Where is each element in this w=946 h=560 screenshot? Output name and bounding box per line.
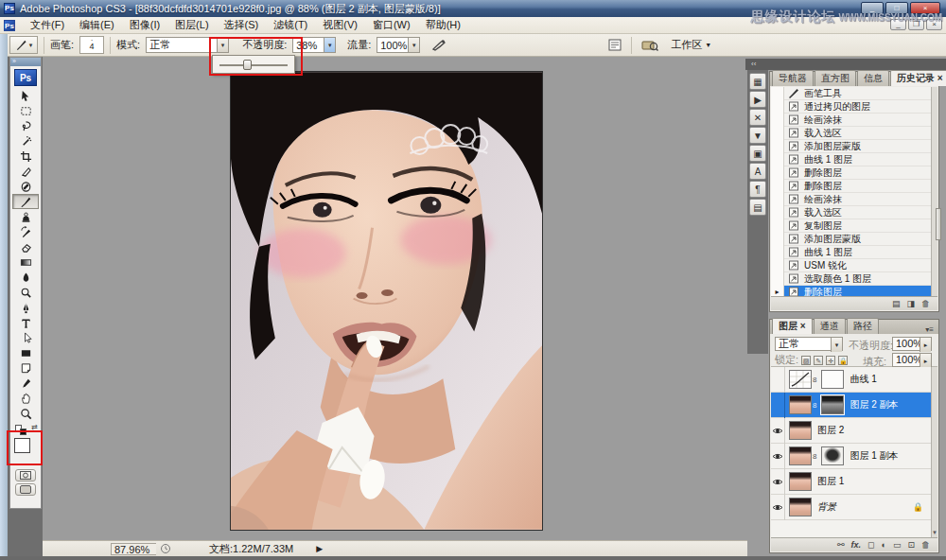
history-item[interactable]: 添加图层蒙版 xyxy=(771,233,931,246)
character-panel-icon[interactable]: A xyxy=(749,163,766,180)
visibility-toggle[interactable] xyxy=(771,495,785,520)
default-swap-colors[interactable]: ⇄ xyxy=(13,423,38,434)
layer-thumbnail[interactable] xyxy=(789,498,812,516)
history-item[interactable]: 选取颜色 1 图层 xyxy=(771,272,931,286)
menu-item-1[interactable]: 编辑(E) xyxy=(72,16,122,34)
history-brush-source-toggle[interactable] xyxy=(771,140,784,153)
history-brush-source-toggle[interactable] xyxy=(771,100,784,114)
menu-item-0[interactable]: 文件(F) xyxy=(23,16,72,34)
clone-stamp-tool[interactable] xyxy=(12,209,39,224)
tab-info[interactable]: 信息 xyxy=(857,70,889,86)
tab-layers[interactable]: 图层 × xyxy=(772,318,813,334)
gradient-tool[interactable] xyxy=(12,254,39,270)
foreground-color-swatch[interactable] xyxy=(14,438,30,453)
eraser-tool[interactable] xyxy=(12,239,39,254)
slider-track[interactable] xyxy=(219,64,288,66)
history-item[interactable]: 绘画涂抹 xyxy=(771,114,931,127)
history-brush-source-toggle[interactable] xyxy=(771,272,784,286)
layer-comps-panel-icon[interactable]: ▤ xyxy=(749,199,766,216)
history-brush-source-toggle[interactable] xyxy=(771,180,784,193)
layer-mask-thumbnail[interactable] xyxy=(821,446,844,465)
magic-wand-tool[interactable] xyxy=(12,133,39,149)
delete-state-icon[interactable]: 🗑 xyxy=(921,298,930,309)
history-brush-source-toggle[interactable] xyxy=(771,246,784,259)
toolbox-grip[interactable]: » xyxy=(10,58,41,66)
bridge-icon[interactable] xyxy=(641,39,658,51)
blur-tool[interactable] xyxy=(12,270,39,285)
lock-all-icon[interactable]: 🔒 xyxy=(838,356,848,365)
tab-channels[interactable]: 通道 xyxy=(814,318,846,334)
history-item[interactable]: 载入选区 xyxy=(771,127,931,140)
tool-presets-panel-icon[interactable]: ✕ xyxy=(749,109,766,126)
layer-thumbnail[interactable] xyxy=(789,421,812,440)
history-item[interactable]: 添加图层蒙版 xyxy=(771,140,931,153)
history-item[interactable]: ▸删除图层 xyxy=(771,286,931,296)
new-document-from-state-icon[interactable]: ▤ xyxy=(892,298,901,309)
history-item[interactable]: 曲线 1 图层 xyxy=(771,246,931,259)
marquee-tool[interactable] xyxy=(12,103,39,118)
adjustment-layer-icon[interactable]: ◐ xyxy=(882,539,886,551)
actions-panel-icon[interactable]: ▶ xyxy=(749,91,766,108)
history-brush-source-toggle[interactable] xyxy=(771,219,784,233)
paragraph-panel-icon[interactable]: ¶ xyxy=(749,181,766,198)
history-item[interactable]: 曲线 1 图层 xyxy=(771,153,931,166)
hand-tool[interactable] xyxy=(12,391,39,406)
shape-tool[interactable] xyxy=(12,345,39,360)
menu-item-8[interactable]: 帮助(H) xyxy=(418,16,468,34)
clone-source-panel-icon[interactable]: ▣ xyxy=(749,145,766,162)
history-scrollbar[interactable] xyxy=(931,87,937,296)
dock-header[interactable]: ‹‹ xyxy=(745,59,946,70)
swatches-panel-icon[interactable]: ▦ xyxy=(749,73,766,90)
menu-item-3[interactable]: 图层(L) xyxy=(167,16,216,34)
brush-tool[interactable] xyxy=(12,194,39,209)
lock-position-icon[interactable]: ✛ xyxy=(826,356,835,365)
crop-tool[interactable] xyxy=(12,149,39,164)
history-brush-source-toggle[interactable] xyxy=(771,233,784,246)
workspace-button[interactable]: 工作区 ▼ xyxy=(668,37,723,53)
visibility-toggle[interactable] xyxy=(771,444,785,469)
layer-style-icon[interactable]: fx. xyxy=(851,539,862,551)
history-brush-source-toggle[interactable] xyxy=(771,153,784,166)
history-brush-source-toggle[interactable] xyxy=(771,193,784,206)
scroll-thumb[interactable] xyxy=(936,208,941,240)
zoom-tool[interactable] xyxy=(12,406,39,421)
tab-paths[interactable]: 路径 xyxy=(847,318,879,334)
history-brush-source-toggle[interactable] xyxy=(771,87,784,100)
new-group-icon[interactable]: ▭ xyxy=(893,539,902,551)
history-item[interactable]: USM 锐化 xyxy=(771,259,931,272)
visibility-toggle[interactable] xyxy=(771,469,785,495)
airbrush-icon[interactable] xyxy=(431,39,447,52)
move-tool[interactable] xyxy=(12,88,39,103)
pen-tool[interactable] xyxy=(12,300,39,315)
history-item[interactable]: 删除图层 xyxy=(771,180,931,193)
palette-well-icon[interactable] xyxy=(608,39,622,51)
layers-blend-mode-select[interactable]: 正常 ▾ xyxy=(775,337,843,351)
menu-item-2[interactable]: 图像(I) xyxy=(122,16,167,34)
menu-item-6[interactable]: 视图(V) xyxy=(315,16,365,34)
document-canvas[interactable] xyxy=(230,71,543,531)
history-item[interactable]: 通过拷贝的图层 xyxy=(771,100,931,114)
menu-item-5[interactable]: 滤镜(T) xyxy=(266,16,315,34)
notes-tool[interactable] xyxy=(12,360,39,376)
history-brush-source-toggle[interactable] xyxy=(771,127,784,140)
curves-thumbnail[interactable] xyxy=(789,370,812,389)
layer-mask-thumbnail[interactable] xyxy=(821,395,844,414)
visibility-toggle[interactable] xyxy=(771,367,785,393)
tab-history[interactable]: 历史记录 × xyxy=(890,70,946,86)
slice-tool[interactable] xyxy=(12,164,39,179)
visibility-toggle[interactable] xyxy=(771,393,785,418)
delete-layer-icon[interactable]: 🗑 xyxy=(921,539,930,551)
fill-field[interactable]: 100% ▸ xyxy=(892,353,932,367)
layer-row-layer2[interactable]: 图层 2 xyxy=(771,418,931,444)
tab-navigator[interactable]: 导航器 xyxy=(772,70,814,86)
new-layer-icon[interactable]: ⊡ xyxy=(907,539,915,551)
zoom-level-field[interactable]: 87.96% xyxy=(111,543,156,555)
layers-scrollbar[interactable]: ▼ xyxy=(931,367,937,537)
history-brush-source-toggle[interactable] xyxy=(771,114,784,127)
history-brush-tool[interactable] xyxy=(12,224,39,239)
layers-opacity-field[interactable]: 100% ▸ xyxy=(892,337,932,351)
link-layers-icon[interactable]: ⚯ xyxy=(837,539,845,551)
opacity-field[interactable]: 38% ▾ xyxy=(292,37,336,53)
lock-pixels-icon[interactable]: ✎ xyxy=(814,356,823,365)
tool-preset-picker[interactable]: ▾ xyxy=(9,36,38,54)
